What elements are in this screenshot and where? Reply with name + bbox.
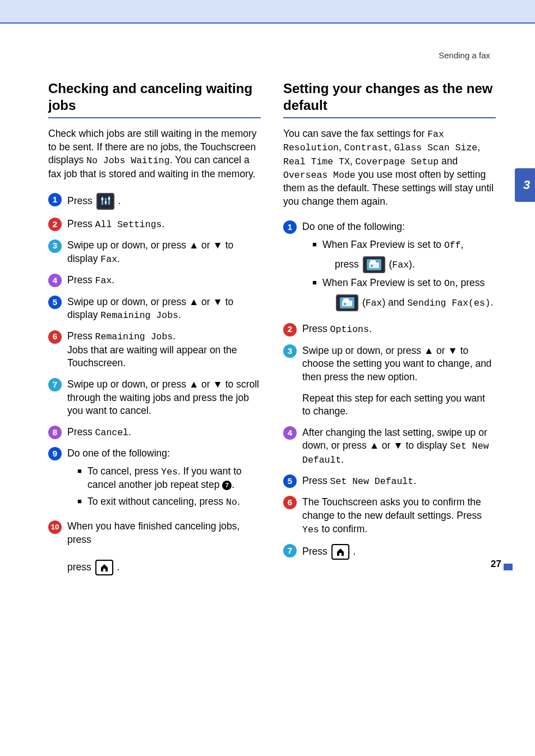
svg-point-4 <box>104 201 107 204</box>
code-text: Options <box>330 324 369 335</box>
svg-rect-10 <box>343 298 349 302</box>
square-bullet-icon: ■ <box>312 238 322 273</box>
code-text: Fax <box>95 275 112 286</box>
text: Swipe up or down, or press ▲ or ▼ to dis… <box>67 239 233 264</box>
text: . <box>112 274 114 285</box>
text: When you have finished canceling jobs, p… <box>67 520 239 545</box>
text: Press <box>67 218 95 229</box>
text: . <box>232 479 234 490</box>
text: Press <box>67 274 95 285</box>
step-number-icon: 6 <box>283 496 297 509</box>
code-text: All Settings <box>95 219 162 230</box>
code-text: Yes <box>161 467 178 477</box>
text: ) and <box>382 297 407 308</box>
step-5: 5 Swipe up or down, or press ▲ or ▼ to d… <box>48 296 261 322</box>
text: Press <box>302 323 330 334</box>
text: , <box>461 239 464 250</box>
text: Swipe up or down, or press ▲ or ▼ to cho… <box>302 345 492 382</box>
left-column: Checking and canceling waiting jobs Chec… <box>48 80 261 583</box>
code-text: Sending Fax(es) <box>407 298 491 308</box>
home-icon <box>95 560 113 575</box>
step-number-icon: 4 <box>283 426 297 440</box>
step-number-icon: 7 <box>283 544 297 557</box>
code-text: Off <box>444 240 461 251</box>
fax-icon <box>363 256 385 273</box>
step-number-icon: 4 <box>48 274 62 287</box>
step-r6: 6 The Touchscreen asks you to confirm th… <box>283 496 496 536</box>
step-7: 7 Swipe up or down, or press ▲ or ▼ to s… <box>48 378 261 418</box>
step-r2: 2 Press Options. <box>283 322 496 336</box>
text: When Fax Preview is set to <box>322 277 444 288</box>
code-text: Fax <box>100 254 117 265</box>
text: Swipe up or down, or press ▲ or ▼ to scr… <box>67 379 259 416</box>
page-number: 27 <box>491 559 501 570</box>
step-4: 4 Press Fax. <box>48 274 261 287</box>
text: . <box>237 496 240 507</box>
text: Press <box>302 545 330 556</box>
code-text: Remaining Jobs <box>95 331 173 342</box>
step-number-icon: 9 <box>48 447 62 460</box>
text: The Touchscreen asks you to confirm the … <box>302 496 482 521</box>
square-bullet-icon: ■ <box>77 495 87 509</box>
step-r4: 4 After changing the last setting, swipe… <box>283 426 496 467</box>
right-intro: You can save the fax settings for Fax Re… <box>283 127 496 208</box>
code-text: Yes <box>302 524 319 535</box>
step-2: 2 Press All Settings. <box>48 218 261 231</box>
text: . <box>353 545 356 556</box>
svg-rect-8 <box>371 265 373 267</box>
step-3: 3 Swipe up or down, or press ▲ or ▼ to d… <box>48 239 261 266</box>
chapter-tab: 3 <box>515 168 535 202</box>
text: . <box>117 561 120 572</box>
breadcrumb: Sending a fax <box>48 50 490 60</box>
code-text: No Jobs Waiting <box>86 155 170 166</box>
svg-point-5 <box>108 197 110 200</box>
page-number-accent <box>504 564 513 570</box>
step-number-icon: 10 <box>48 520 62 534</box>
fax-icon <box>336 294 358 311</box>
step-10: 10 When you have finished canceling jobs… <box>48 520 261 575</box>
code-text: Glass Scan Size <box>394 142 478 153</box>
sub-bullet: ■ When Fax Preview is set to On, press (… <box>312 276 496 311</box>
step-r1: 1 Do one of the following: ■ When Fax Pr… <box>283 220 496 315</box>
square-bullet-icon: ■ <box>312 276 322 311</box>
text: When Fax Preview is set to <box>322 239 444 250</box>
text: . <box>117 253 120 264</box>
right-column: Setting your changes as the new default … <box>283 80 496 583</box>
code-text: Real Time TX <box>283 156 350 167</box>
text: and <box>439 155 458 167</box>
step-number-icon: 2 <box>48 218 62 231</box>
text: To cancel, press <box>87 465 161 477</box>
code-text: Fax <box>392 260 409 270</box>
sub-bullet: ■ To exit without canceling, press No. <box>77 495 261 509</box>
text: , <box>477 141 480 153</box>
code-text: Remaining Jobs <box>100 310 178 321</box>
code-text: Set New Default <box>330 476 414 487</box>
step-body: Press . <box>67 193 261 210</box>
text: . <box>341 454 344 465</box>
text: Press <box>67 195 95 206</box>
step-number-icon: 7 <box>48 378 62 391</box>
text: . <box>128 426 131 437</box>
text: . <box>369 323 372 334</box>
text: Press <box>67 330 95 342</box>
step-number-icon: 5 <box>283 474 297 488</box>
text: Press <box>302 475 330 486</box>
text: press <box>67 561 94 572</box>
code-text: Fax <box>366 298 382 308</box>
step-1: 1 Press . <box>48 193 261 210</box>
text: Jobs that are waiting will appear on the… <box>67 344 237 369</box>
left-intro: Check which jobs are still waiting in th… <box>48 127 261 181</box>
step-6: 6 Press Remaining Jobs. Jobs that are wa… <box>48 330 261 370</box>
text: . <box>178 309 181 320</box>
svg-point-3 <box>101 198 103 200</box>
section-title-right: Setting your changes as the new default <box>283 80 496 118</box>
svg-rect-11 <box>344 303 346 305</box>
square-bullet-icon: ■ <box>77 465 87 492</box>
sub-bullet: ■ When Fax Preview is set to Off, press … <box>312 238 496 273</box>
text: Do one of the following: <box>302 221 405 232</box>
text: Do one of the following: <box>67 448 170 459</box>
top-accent-bar <box>0 0 535 24</box>
page-content: Sending a fax 3 Checking and canceling w… <box>0 24 535 583</box>
text: To exit without canceling, press <box>87 496 226 507</box>
text: , <box>350 155 356 167</box>
